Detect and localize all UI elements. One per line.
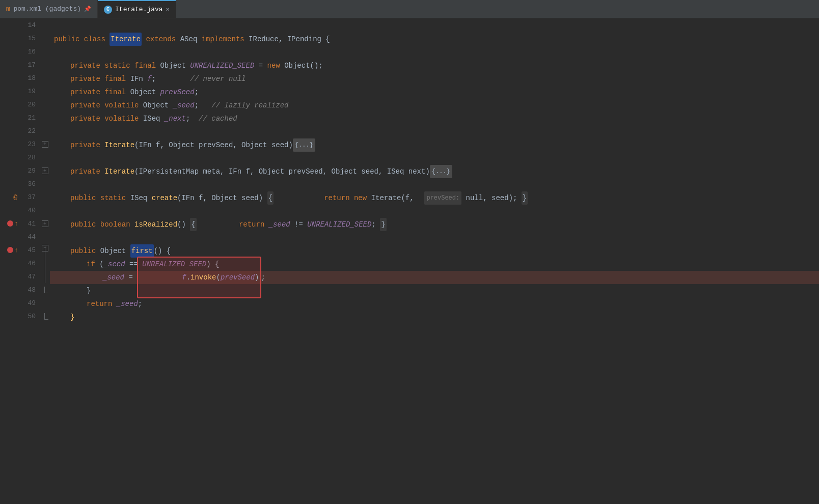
- aseq: ASeq: [180, 33, 202, 46]
- paren-46-open: (: [99, 258, 103, 271]
- linenum-18: 18: [20, 71, 36, 85]
- fold-btn-45[interactable]: −: [42, 245, 48, 251]
- param-f-29: f,: [246, 165, 259, 178]
- paren-invoke-close: ): [255, 273, 259, 282]
- fold-21: [40, 111, 50, 124]
- brace-41-open: {: [190, 218, 196, 231]
- param-ps-29: prevSeed,: [289, 165, 332, 178]
- code-line-22: [50, 125, 819, 138]
- kw-private-20: private: [70, 99, 104, 112]
- close-brace-50: }: [70, 311, 74, 324]
- kw-private-19: private: [70, 86, 104, 99]
- code-area[interactable]: public class Iterate extends ASeq implem…: [50, 18, 819, 504]
- kw-new-37: new: [354, 191, 371, 205]
- code-line-29: private Iterate ( IPersistentMap meta, I…: [50, 165, 819, 178]
- fold-14: [40, 18, 50, 32]
- kw-new-17: new: [267, 59, 285, 72]
- brace-37-open: {: [267, 191, 274, 205]
- fold-23[interactable]: +: [40, 137, 50, 151]
- tab-pom[interactable]: m pom.xml (gadgets) 📌: [0, 0, 98, 18]
- linenum-45: 45: [20, 243, 36, 257]
- comment-20: // lazily realized: [211, 99, 288, 112]
- kw-return-41: return: [239, 218, 269, 231]
- indicator-23: [0, 137, 20, 151]
- debug-arrow-41: ↑: [14, 220, 18, 228]
- linenum-21: 21: [20, 111, 36, 124]
- breakpoint-45[interactable]: [7, 247, 13, 253]
- code-line-50: }: [50, 311, 819, 324]
- code-line-14: [50, 19, 819, 33]
- brace-41-close: }: [380, 218, 386, 231]
- method-create: create: [152, 191, 177, 205]
- type-ifn: IFn: [130, 72, 148, 86]
- fold-btn-41[interactable]: +: [42, 220, 48, 227]
- fold-btn-29[interactable]: +: [42, 167, 48, 174]
- type-object-23: Object: [169, 138, 199, 152]
- linenum-17: 17: [20, 58, 36, 71]
- kw-public-41: public: [70, 218, 100, 231]
- kw-public-45: public: [70, 244, 100, 258]
- kw-implements: implements: [202, 33, 249, 46]
- kw-private-23: private: [70, 138, 104, 152]
- field-f: f: [147, 72, 151, 86]
- linenum-23: 23: [20, 137, 36, 151]
- field-seed-41: _seed: [269, 218, 290, 231]
- linenum-14: 14: [20, 18, 36, 32]
- semi-21: ;: [186, 112, 199, 125]
- type-object-20: Object: [143, 99, 173, 112]
- fold-19: [40, 85, 50, 98]
- fold-marker-29[interactable]: {...}: [430, 165, 452, 178]
- fold-btn-23[interactable]: +: [42, 141, 48, 148]
- type-object-45: Object: [100, 244, 130, 258]
- java-icon: C: [104, 6, 112, 14]
- kw-if: if: [87, 258, 99, 271]
- code-line-19: private final Object prevSeed ;: [50, 86, 819, 99]
- paren-37: (: [177, 191, 181, 205]
- kw-private-17: private: [70, 59, 104, 72]
- fold-44: [40, 230, 50, 243]
- code-line-41: public boolean isRealized () { return _s…: [50, 218, 819, 231]
- fold-17: [40, 58, 50, 71]
- indicator-50: [0, 310, 20, 323]
- fold-47: [40, 270, 50, 283]
- field-seed-46: _seed: [104, 258, 125, 271]
- paren-invoke-open: (: [216, 273, 220, 282]
- indicator-19: [0, 85, 20, 98]
- kw-return-37: return: [324, 191, 354, 205]
- param-seed-37: seed): [241, 191, 267, 205]
- tab-iterate[interactable]: C Iterate.java ✕: [98, 0, 176, 18]
- fold-marker-23[interactable]: {...}: [293, 138, 315, 152]
- code-line-45: public Object first () {: [50, 244, 819, 258]
- linenum-40: 40: [20, 204, 36, 217]
- indicator-28: [0, 151, 20, 164]
- type-object-17: Object: [160, 59, 190, 72]
- type-object-23b: Object: [241, 138, 271, 152]
- extends-kw: [142, 33, 146, 46]
- linenum-20: 20: [20, 98, 36, 111]
- fold-45-open[interactable]: −: [40, 243, 50, 257]
- fold-15: [40, 32, 50, 45]
- linenum-46: 46: [20, 257, 36, 270]
- semi-20: ;: [195, 99, 212, 112]
- field-seed-49: _seed: [117, 297, 138, 311]
- object-17: Object();: [284, 59, 323, 72]
- close-brace-48: }: [87, 284, 91, 297]
- close-icon[interactable]: ✕: [166, 6, 170, 13]
- type-ifn-29: IFn: [229, 165, 246, 178]
- kw-volatile-21: volatile: [104, 112, 143, 125]
- linenum-47: 47: [20, 270, 36, 283]
- breakpoint-41[interactable]: [7, 220, 13, 227]
- paren-41: (): [177, 218, 190, 231]
- fold-29[interactable]: +: [40, 164, 50, 177]
- indicator-46: [0, 257, 20, 270]
- linenum-36: 36: [20, 177, 36, 190]
- type-obj-37: Object: [211, 191, 241, 205]
- tab-pom-label: pom.xml (gadgets): [13, 5, 81, 13]
- fold-41[interactable]: +: [40, 217, 50, 230]
- linenum-28: 28: [20, 151, 36, 164]
- indicator-36: [0, 177, 20, 190]
- at-symbol-37: @: [13, 193, 17, 201]
- method-first: first: [130, 244, 154, 258]
- fold-20: [40, 98, 50, 111]
- fold-46: [40, 257, 50, 270]
